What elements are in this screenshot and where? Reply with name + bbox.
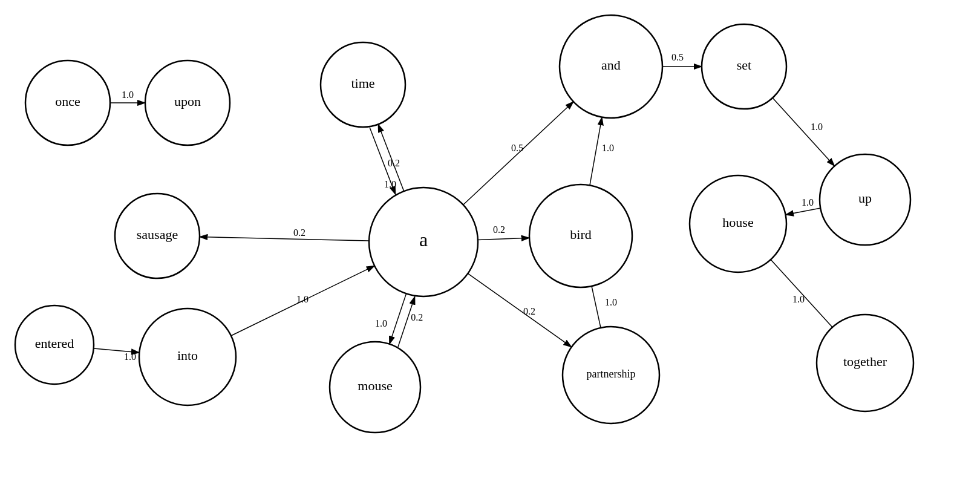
svg-text:1.0: 1.0 bbox=[605, 297, 617, 307]
svg-line-31 bbox=[786, 208, 821, 215]
node-label-entered: entered bbox=[35, 336, 74, 351]
svg-text:1.0: 1.0 bbox=[802, 197, 814, 207]
node-label-bird: bird bbox=[570, 227, 591, 242]
svg-text:0.5: 0.5 bbox=[671, 52, 684, 62]
node-label-once: once bbox=[55, 94, 80, 109]
svg-text:0.2: 0.2 bbox=[523, 306, 535, 316]
node-once: once bbox=[25, 60, 110, 145]
svg-line-5 bbox=[200, 237, 369, 241]
node-sausage: sausage bbox=[115, 194, 200, 278]
node-up: up bbox=[820, 154, 910, 245]
svg-text:1.0: 1.0 bbox=[124, 351, 136, 362]
node-label-mouse: mouse bbox=[358, 378, 392, 393]
node-label-set: set bbox=[737, 57, 751, 73]
svg-text:0.2: 0.2 bbox=[388, 158, 400, 168]
svg-line-17 bbox=[478, 238, 529, 240]
svg-text:1.0: 1.0 bbox=[122, 90, 134, 100]
node-label-and: and bbox=[601, 57, 621, 73]
node-partnership: partnership bbox=[563, 327, 659, 423]
node-time: time bbox=[321, 42, 405, 127]
node-label-upon: upon bbox=[174, 94, 201, 109]
svg-text:1.0: 1.0 bbox=[792, 294, 805, 304]
node-label-sausage: sausage bbox=[137, 227, 178, 242]
svg-text:1.0: 1.0 bbox=[296, 294, 309, 304]
svg-line-19 bbox=[463, 102, 573, 204]
node-a: a bbox=[369, 188, 478, 296]
node-label-into: into bbox=[177, 348, 198, 363]
node-label-up: up bbox=[858, 191, 872, 206]
node-label-partnership: partnership bbox=[587, 368, 636, 380]
node-into: into bbox=[139, 309, 236, 405]
node-mouse: mouse bbox=[330, 342, 420, 433]
node-label-time: time bbox=[351, 76, 374, 91]
node-bird: bird bbox=[529, 185, 632, 287]
svg-line-33 bbox=[771, 260, 832, 327]
svg-text:1.0: 1.0 bbox=[602, 143, 614, 153]
node-together: together bbox=[817, 315, 913, 411]
svg-line-23 bbox=[468, 273, 571, 347]
node-upon: upon bbox=[145, 60, 230, 145]
svg-text:0.2: 0.2 bbox=[411, 312, 423, 322]
svg-line-25 bbox=[592, 286, 601, 328]
svg-line-21 bbox=[590, 117, 602, 186]
node-label-a: a bbox=[419, 229, 428, 250]
graph-canvas: 1.01.00.21.01.00.21.00.20.20.51.00.21.00… bbox=[0, 0, 980, 490]
node-label-house: house bbox=[722, 215, 753, 230]
svg-text:0.2: 0.2 bbox=[493, 224, 505, 235]
svg-text:1.0: 1.0 bbox=[375, 318, 387, 328]
node-entered: entered bbox=[15, 305, 94, 384]
node-house: house bbox=[690, 175, 786, 272]
node-set: set bbox=[702, 24, 786, 109]
svg-line-29 bbox=[773, 98, 834, 166]
svg-text:1.0: 1.0 bbox=[811, 122, 823, 132]
svg-text:0.5: 0.5 bbox=[511, 143, 523, 153]
svg-text:0.2: 0.2 bbox=[293, 227, 305, 238]
node-label-together: together bbox=[843, 354, 887, 369]
svg-line-13 bbox=[390, 293, 407, 344]
node-and: and bbox=[560, 15, 662, 118]
